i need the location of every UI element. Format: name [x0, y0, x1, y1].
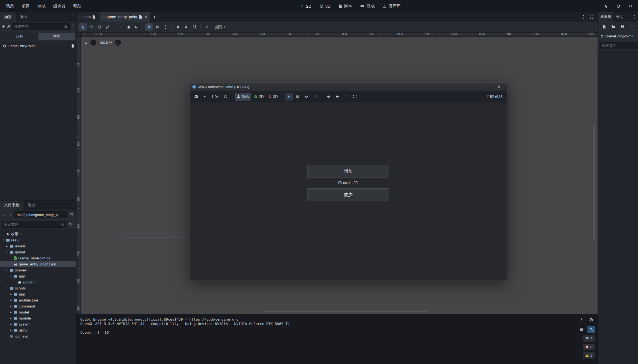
- file-sort-button[interactable]: [67, 221, 75, 228]
- fs-item-scenes[interactable]: ▼scenes: [0, 267, 76, 273]
- instance-scene-button[interactable]: [7, 23, 10, 30]
- pan-tool[interactable]: [125, 23, 132, 31]
- tab-scene[interactable]: 场景: [0, 12, 16, 22]
- save-log-icon[interactable]: [578, 316, 585, 324]
- collapse-log-icon[interactable]: [578, 326, 585, 333]
- fs-item-model[interactable]: ▶model: [0, 309, 76, 315]
- warnings-badge[interactable]: 0: [583, 352, 595, 359]
- fs-item-utility[interactable]: ▶utility: [0, 327, 76, 333]
- new-resource-icon[interactable]: [601, 23, 607, 30]
- workspace-2d[interactable]: 2D: [300, 4, 311, 8]
- filter-properties-input[interactable]: [599, 42, 638, 49]
- tree-right-icon[interactable]: ▶: [9, 305, 12, 307]
- maximize-button[interactable]: □: [483, 83, 494, 91]
- fs-item-module[interactable]: ▶module: [0, 315, 76, 321]
- attached-script-icon[interactable]: [71, 44, 75, 48]
- workspace-3d[interactable]: 3D: [320, 4, 330, 8]
- fs-item-icon-svg[interactable]: icon.svg: [0, 333, 76, 339]
- scene-tree-node-gameentrypoint[interactable]: GameEntryPoint: [0, 43, 76, 49]
- mode-2d-button[interactable]: 2D: [252, 93, 265, 100]
- input-mode-button[interactable]: 输入: [235, 93, 251, 100]
- mode-3d-button[interactable]: 3D: [267, 93, 280, 100]
- speed-button[interactable]: 1.0×: [210, 93, 221, 100]
- camera-options-menu[interactable]: [342, 93, 350, 100]
- ruler-tool[interactable]: [133, 23, 140, 31]
- scene-tabs-menu-icon[interactable]: [580, 13, 587, 21]
- tree-right-icon[interactable]: ▶: [9, 329, 12, 332]
- tab-node[interactable]: 节点: [613, 12, 625, 22]
- messages-badge[interactable]: 4: [583, 335, 595, 342]
- filter-files-input[interactable]: [2, 221, 66, 228]
- tree-right-icon[interactable]: ▶: [9, 317, 12, 319]
- toggle-split-mode-button[interactable]: [69, 211, 75, 218]
- lock-button[interactable]: [174, 23, 182, 31]
- filesystem-dock-menu-icon[interactable]: [70, 202, 76, 209]
- fs-item-res[interactable]: ▼res://: [0, 237, 76, 243]
- menu-editor[interactable]: 编辑器: [50, 2, 69, 10]
- menu-scene[interactable]: 场景: [2, 2, 17, 10]
- inspected-object-row[interactable]: ⚙ GameEntryPoint.t..: [598, 32, 638, 41]
- save-resource-icon[interactable]: [619, 23, 626, 30]
- fs-item-global[interactable]: ▼global: [0, 249, 76, 255]
- workspace-script[interactable]: 脚本: [339, 4, 352, 9]
- skeleton-menu[interactable]: [203, 23, 211, 31]
- zoom-out-button[interactable]: −: [90, 40, 96, 46]
- grid-snap-toggle[interactable]: [153, 23, 161, 31]
- tab-inspector[interactable]: 检查器: [598, 12, 613, 22]
- refresh-icon[interactable]: [615, 2, 622, 10]
- history-back-button[interactable]: ‹: [2, 211, 7, 218]
- tree-right-icon[interactable]: ▶: [5, 245, 8, 247]
- view-menu-button[interactable]: 视图 ▼: [211, 23, 229, 31]
- tree-right-icon[interactable]: ▶: [9, 311, 12, 313]
- next-frame-icon[interactable]: [201, 93, 209, 100]
- select-mode-button[interactable]: [285, 93, 293, 100]
- tree-down-icon[interactable]: ▼: [5, 287, 8, 289]
- fs-item-game-entry-point-tscn[interactable]: game_entry_point.tscn: [0, 261, 76, 267]
- copy-log-icon[interactable]: [587, 316, 595, 324]
- tab-filesystem[interactable]: 文件系统: [0, 200, 23, 210]
- close-button[interactable]: ✕: [494, 83, 504, 91]
- inspector-menu-icon[interactable]: [628, 23, 635, 30]
- fs-item-app-tscn[interactable]: app.tscn: [0, 279, 76, 285]
- node-list-button[interactable]: [294, 93, 302, 100]
- menu-debug[interactable]: 调试: [34, 2, 49, 10]
- expand-viewport-icon[interactable]: [588, 13, 595, 21]
- scene-tab-app[interactable]: app: [76, 12, 99, 22]
- group-button[interactable]: [191, 23, 198, 31]
- center-view-icon[interactable]: [84, 41, 88, 45]
- reset-icon[interactable]: [222, 93, 229, 100]
- mute-audio-button[interactable]: [325, 93, 332, 100]
- fs-item-architecture[interactable]: ▶architecture: [0, 297, 76, 303]
- debug-menu-icon[interactable]: [192, 93, 200, 100]
- tree-down-icon[interactable]: ▼: [5, 251, 8, 253]
- filter-nodes-input[interactable]: [12, 23, 70, 30]
- vertical-scrollbar[interactable]: [593, 126, 595, 240]
- menu-project[interactable]: 项目: [18, 2, 33, 10]
- select-tool[interactable]: [79, 23, 87, 31]
- tab-import[interactable]: 导入: [16, 12, 32, 22]
- fs-item-command[interactable]: ▶command: [0, 303, 76, 309]
- tree-down-icon[interactable]: ▼: [9, 275, 12, 277]
- tab-history[interactable]: 历史: [23, 200, 39, 210]
- current-path-input[interactable]: [14, 211, 67, 218]
- game-options-menu[interactable]: [311, 93, 319, 100]
- tree-right-icon[interactable]: ▶: [9, 323, 12, 325]
- scene-tab-game-entry-point[interactable]: game_entry_point✕: [99, 12, 150, 22]
- fs-item-gameentrypoint-cs[interactable]: C#GameEntryPoint.cs: [0, 255, 76, 261]
- scale-tool[interactable]: [104, 23, 111, 31]
- fs-item-app[interactable]: ▶app: [0, 291, 76, 297]
- visibility-button[interactable]: [303, 93, 310, 100]
- fullscreen-button[interactable]: [351, 93, 359, 100]
- scene-dock-menu-icon[interactable]: [70, 13, 76, 21]
- add-node-button[interactable]: [2, 23, 5, 30]
- list-select-tool[interactable]: [116, 23, 124, 31]
- scene-tree-menu-button[interactable]: [71, 23, 75, 30]
- zoom-in-button[interactable]: +: [115, 40, 121, 46]
- new-scene-tab-button[interactable]: [150, 13, 159, 21]
- search-log-icon[interactable]: [587, 326, 595, 333]
- minimize-button[interactable]: —: [472, 83, 483, 91]
- fs-item-item[interactable]: 收藏：: [0, 231, 76, 237]
- tree-right-icon[interactable]: ▶: [9, 299, 12, 301]
- tree-down-icon[interactable]: ▼: [2, 239, 5, 241]
- errors-badge[interactable]: 0: [583, 344, 595, 350]
